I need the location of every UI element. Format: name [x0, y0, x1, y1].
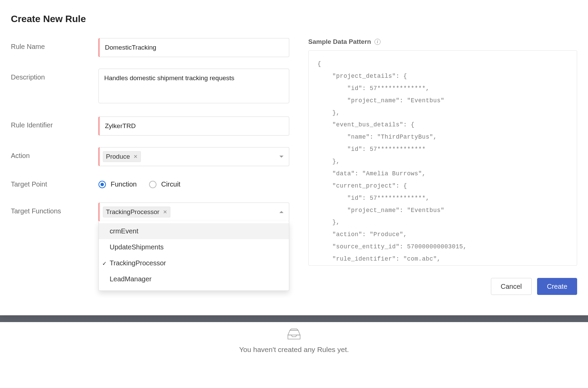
- dropdown-item-updateshipments[interactable]: UpdateShipments: [99, 239, 289, 255]
- background-overlay: You haven't created any Rules yet.: [0, 315, 588, 373]
- chevron-up-icon: [279, 211, 283, 213]
- inbox-icon: [0, 328, 588, 342]
- description-input[interactable]: Handles domestic shipment tracking reque…: [98, 69, 289, 103]
- action-chip-remove-icon[interactable]: ✕: [133, 154, 138, 160]
- target-functions-dropdown: crmEvent UpdateShipments ✓ TrackingProce…: [98, 221, 289, 291]
- sample-data-code: { "project_details": { "id": 57*********…: [308, 50, 577, 266]
- description-label: Description: [11, 69, 98, 81]
- page-title: Create New Rule: [11, 14, 577, 24]
- target-point-circuit-radio[interactable]: Circuit: [149, 180, 181, 188]
- dropdown-item-label: LeadManager: [110, 275, 151, 283]
- sample-data-title-row: Sample Data Pattern i: [308, 38, 577, 46]
- dropdown-item-label: crmEvent: [110, 227, 138, 235]
- radio-icon: [149, 181, 157, 188]
- check-icon: ✓: [102, 260, 107, 266]
- radio-label: Function: [111, 180, 137, 188]
- rule-name-label: Rule Name: [11, 38, 98, 51]
- create-rule-panel: Create New Rule Rule Name Description Ha…: [0, 0, 588, 315]
- chevron-down-icon: [279, 156, 283, 158]
- sample-data-title: Sample Data Pattern: [308, 38, 371, 46]
- rule-name-input[interactable]: [98, 38, 289, 57]
- action-select[interactable]: Produce ✕: [98, 147, 289, 166]
- rule-identifier-label: Rule Identifier: [11, 117, 98, 129]
- radio-icon: [98, 181, 106, 188]
- target-point-radio-group: Function Circuit: [98, 178, 289, 191]
- radio-label: Circuit: [161, 180, 181, 188]
- action-chip: Produce ✕: [103, 151, 141, 162]
- target-functions-chip-label: TrackingProcessor: [106, 208, 160, 216]
- rule-identifier-input[interactable]: [98, 117, 289, 136]
- target-functions-chip: TrackingProcessor ✕: [103, 207, 170, 217]
- create-button[interactable]: Create: [537, 278, 577, 295]
- target-functions-select[interactable]: TrackingProcessor ✕: [98, 202, 289, 222]
- target-functions-label: Target Functions: [11, 202, 98, 215]
- action-chip-label: Produce: [106, 153, 130, 160]
- target-functions-chip-remove-icon[interactable]: ✕: [163, 209, 167, 215]
- dropdown-item-trackingprocessor[interactable]: ✓ TrackingProcessor: [99, 255, 289, 271]
- dropdown-item-label: TrackingProcessor: [110, 259, 166, 267]
- target-point-label: Target Point: [11, 180, 98, 188]
- info-icon[interactable]: i: [374, 39, 381, 45]
- dropdown-item-crmevent[interactable]: crmEvent: [99, 223, 289, 239]
- action-label: Action: [11, 147, 98, 160]
- dropdown-item-leadmanager[interactable]: LeadManager: [99, 271, 289, 287]
- empty-state-text: You haven't created any Rules yet.: [0, 346, 588, 354]
- cancel-button[interactable]: Cancel: [491, 278, 532, 295]
- target-point-function-radio[interactable]: Function: [98, 180, 137, 188]
- dropdown-item-label: UpdateShipments: [110, 243, 164, 251]
